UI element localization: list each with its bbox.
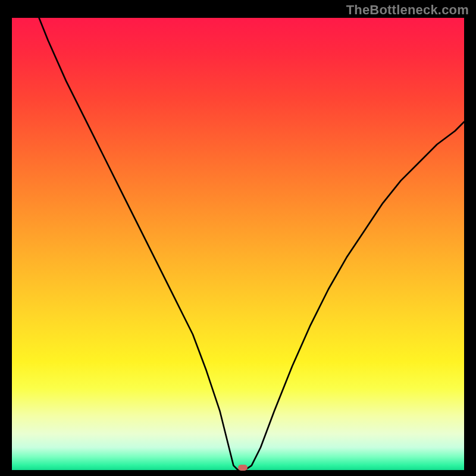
optimum-marker — [238, 465, 248, 471]
bottleneck-curve — [12, 18, 464, 470]
chart-frame: TheBottleneck.com — [0, 0, 476, 476]
plot-area — [12, 18, 464, 470]
curve-path — [39, 18, 464, 470]
attribution-label: TheBottleneck.com — [346, 2, 469, 18]
